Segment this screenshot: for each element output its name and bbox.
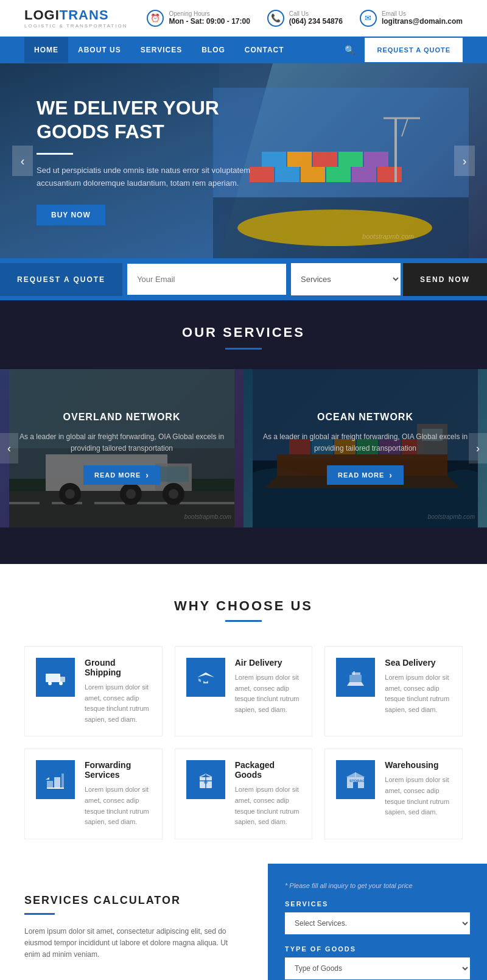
why-grid: Ground Shipping Lorem ipsum dolor sit am…: [24, 646, 463, 839]
why-card-packaged-title: Packaged Goods: [235, 760, 301, 780]
calculator-note: * Please fill all inquiry to get your to…: [285, 882, 470, 889]
svg-rect-11: [313, 152, 337, 167]
calculator-description: Lorem ipsum dolor sit amet, consectetur …: [24, 926, 244, 961]
arrow-icon: ›: [145, 470, 149, 480]
svg-rect-8: [377, 167, 402, 182]
main-nav: HOME ABOUT US SERVICES BLOG CONTACT 🔍 RE…: [0, 37, 487, 63]
why-card-warehousing: STORAGE Warehousing Lorem ipsum dolor si…: [324, 749, 463, 839]
calculator-section: SERVICES CALCULATOR Lorem ipsum dolor si…: [0, 864, 487, 980]
quote-email-input[interactable]: [127, 264, 286, 295]
quote-bar: REQUEST A QUOTE Services Ground Shipping…: [0, 258, 487, 300]
quote-bar-label: REQUEST A QUOTE: [0, 263, 122, 296]
svg-text:STORAGE: STORAGE: [349, 779, 366, 783]
opening-hours-label: Opening Hours: [169, 10, 250, 17]
email-label: Email Us: [382, 10, 463, 17]
search-icon[interactable]: 🔍: [335, 37, 365, 63]
nav-contact[interactable]: CONTACT: [235, 37, 294, 63]
calculator-right: * Please fill all inquiry to get your to…: [268, 864, 487, 980]
top-bar: LOGITRANS LOGISTIC & TRANSPORTATION ⏰ Op…: [0, 0, 487, 37]
hero-watermark: bootstrapmb.com: [362, 233, 414, 240]
calculator-left: SERVICES CALCULATOR Lorem ipsum dolor si…: [0, 864, 268, 980]
service-overland-title: OVERLAND NETWORK: [18, 412, 225, 423]
email-icon: ✉: [360, 10, 377, 27]
calculator-divider: [24, 913, 55, 915]
arrow-icon-2: ›: [389, 470, 393, 480]
goods-field-label: TYPE OF GOODS: [285, 945, 470, 953]
svg-rect-13: [364, 152, 388, 167]
calculator-goods-select[interactable]: Type of Goods Fragile Electronics Machin…: [285, 957, 470, 979]
services-cards: ‹: [0, 369, 487, 527]
nav-blog[interactable]: BLOG: [192, 37, 235, 63]
nav-about[interactable]: ABOUT US: [68, 37, 131, 63]
why-title: WHY CHOOSE US: [24, 598, 463, 614]
hero-cta-button[interactable]: BUY NOW: [37, 205, 105, 225]
clock-icon: ⏰: [147, 10, 164, 27]
svg-rect-58: [54, 777, 60, 788]
svg-rect-56: [353, 671, 355, 675]
forwarding-icon: [36, 760, 75, 799]
why-card-sea-desc: Lorem ipsum dolor sit amet, consec adip …: [385, 672, 451, 715]
air-delivery-icon: [186, 658, 225, 697]
call-us: 📞 Call Us (064) 234 54876: [267, 10, 343, 27]
why-card-air: Air Delivery Lorem ipsum dolor sit amet,…: [175, 646, 313, 736]
service-overland-desc: As a leader in global air freight forwar…: [18, 431, 225, 454]
hero-prev-button[interactable]: ‹: [12, 146, 33, 176]
service-ocean-desc: As a leader in global air freight forwar…: [262, 431, 469, 454]
service-watermark-2: bootstrapmb.com: [428, 513, 475, 520]
why-card-air-title: Air Delivery: [235, 658, 301, 668]
quote-send-button[interactable]: SEND NOW: [403, 263, 487, 296]
nav-right: 🔍 REQUEST A QUOTE: [335, 37, 463, 63]
services-field-label: SERVICES: [285, 900, 470, 908]
svg-marker-54: [347, 682, 364, 686]
service-card-ocean: OCEAN NETWORK As a leader in global air …: [244, 369, 487, 527]
calculator-services-select[interactable]: Select Services. Ground Shipping Air Del…: [285, 912, 470, 934]
svg-rect-6: [326, 167, 351, 182]
services-section: OUR SERVICES ‹: [0, 300, 487, 564]
service-card-overland: OVERLAND NETWORK As a leader in global a…: [0, 369, 244, 527]
svg-rect-59: [61, 774, 64, 788]
hero-divider: [37, 153, 73, 155]
why-card-air-desc: Lorem ipsum dolor sit amet, consec adip …: [235, 672, 301, 715]
services-next-button[interactable]: ›: [469, 433, 487, 464]
svg-rect-7: [352, 167, 376, 182]
svg-rect-67: [353, 782, 358, 788]
ground-shipping-icon: [36, 658, 75, 697]
why-section: WHY CHOOSE US Ground Shipping Lorem ipsu…: [0, 564, 487, 864]
packaged-goods-icon: [186, 760, 225, 799]
hero-next-button[interactable]: ›: [454, 146, 475, 176]
quote-services-select[interactable]: Services Ground Shipping Air Delivery Se…: [291, 263, 401, 295]
hero-title: WE DELIVER YOUR GOODS FAST: [37, 96, 280, 143]
call-us-value: (064) 234 54876: [289, 17, 343, 26]
email-us: ✉ Email Us logitrans@domain.com: [360, 10, 463, 27]
why-card-packaged-desc: Lorem ipsum dolor sit amet, consec adip …: [235, 784, 301, 827]
logo-name-part2: TRANS: [60, 7, 109, 23]
why-card-ground-desc: Lorem ipsum dolor sit amet, consec adip …: [85, 682, 151, 725]
phone-icon: 📞: [267, 10, 284, 27]
svg-rect-12: [338, 152, 363, 167]
why-card-forwarding-title: Forwarding Services: [85, 760, 151, 780]
service-watermark-1: bootstrapmb.com: [184, 513, 231, 520]
nav-links: HOME ABOUT US SERVICES BLOG CONTACT: [24, 37, 335, 63]
service-overland-button[interactable]: READ MORE ›: [83, 465, 160, 485]
call-us-label: Call Us: [289, 10, 343, 17]
logo-tagline: LOGISTIC & TRANSPORTATION: [24, 23, 127, 29]
why-card-ground-title: Ground Shipping: [85, 658, 151, 677]
why-card-sea-title: Sea Delivery: [385, 658, 451, 668]
why-card-forwarding-desc: Lorem ipsum dolor sit amet, consec adip …: [85, 784, 151, 827]
service-ocean-title: OCEAN NETWORK: [262, 412, 469, 423]
why-card-forwarding: Forwarding Services Lorem ipsum dolor si…: [24, 749, 163, 839]
why-divider: [225, 620, 262, 622]
nav-services[interactable]: SERVICES: [131, 37, 192, 63]
nav-home[interactable]: HOME: [24, 37, 68, 63]
warehousing-icon: STORAGE: [336, 760, 375, 799]
svg-point-64: [204, 780, 208, 784]
svg-rect-53: [349, 675, 362, 682]
svg-rect-57: [47, 781, 53, 788]
nav-quote-button[interactable]: REQUEST A QUOTE: [365, 38, 463, 62]
svg-rect-50: [59, 677, 65, 682]
calculator-title: SERVICES CALCULATOR: [24, 894, 244, 907]
service-ocean-button[interactable]: READ MORE ›: [327, 465, 404, 485]
top-info: ⏰ Opening Hours Mon - Sat: 09:00 - 17:00…: [147, 10, 463, 27]
services-prev-button[interactable]: ‹: [0, 433, 18, 464]
opening-hours-value: Mon - Sat: 09:00 - 17:00: [169, 17, 250, 26]
